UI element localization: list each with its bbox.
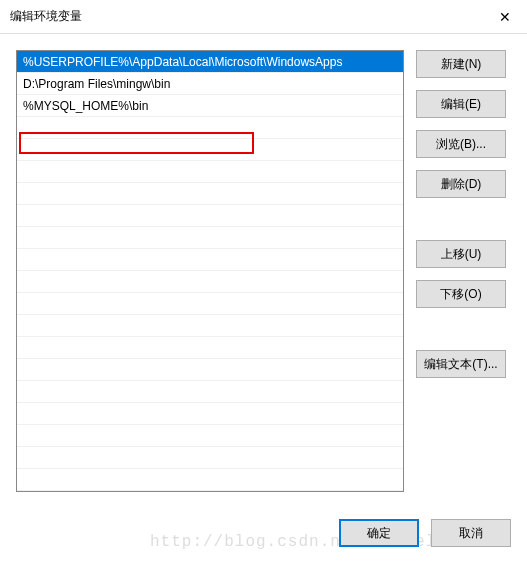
list-item[interactable]: D:\Program Files\mingw\bin bbox=[17, 73, 403, 95]
move-up-button[interactable]: 上移(U) bbox=[416, 240, 506, 268]
path-listbox[interactable]: %USERPROFILE%\AppData\Local\Microsoft\Wi… bbox=[16, 50, 404, 492]
ok-button[interactable]: 确定 bbox=[339, 519, 419, 547]
empty-row bbox=[17, 117, 403, 139]
close-button[interactable]: ✕ bbox=[482, 0, 527, 34]
titlebar: 编辑环境变量 ✕ bbox=[0, 0, 527, 34]
cancel-button[interactable]: 取消 bbox=[431, 519, 511, 547]
empty-row bbox=[17, 337, 403, 359]
list-item[interactable]: %USERPROFILE%\AppData\Local\Microsoft\Wi… bbox=[17, 51, 403, 73]
empty-row bbox=[17, 381, 403, 403]
empty-row bbox=[17, 161, 403, 183]
empty-row bbox=[17, 403, 403, 425]
delete-button[interactable]: 删除(D) bbox=[416, 170, 506, 198]
empty-row bbox=[17, 139, 403, 161]
dialog-body: %USERPROFILE%\AppData\Local\Microsoft\Wi… bbox=[0, 34, 527, 563]
empty-row bbox=[17, 271, 403, 293]
dialog-title: 编辑环境变量 bbox=[10, 8, 82, 25]
dialog-footer: 确定 取消 bbox=[339, 519, 511, 547]
edit-button[interactable]: 编辑(E) bbox=[416, 90, 506, 118]
move-down-button[interactable]: 下移(O) bbox=[416, 280, 506, 308]
empty-row bbox=[17, 293, 403, 315]
empty-row bbox=[17, 227, 403, 249]
list-item[interactable]: %MYSQL_HOME%\bin bbox=[17, 95, 403, 117]
empty-row bbox=[17, 425, 403, 447]
empty-row bbox=[17, 183, 403, 205]
empty-row bbox=[17, 359, 403, 381]
browse-button[interactable]: 浏览(B)... bbox=[416, 130, 506, 158]
empty-row bbox=[17, 447, 403, 469]
button-column: 新建(N) 编辑(E) 浏览(B)... 删除(D) 上移(U) 下移(O) 编… bbox=[416, 50, 506, 492]
edit-text-button[interactable]: 编辑文本(T)... bbox=[416, 350, 506, 378]
new-button[interactable]: 新建(N) bbox=[416, 50, 506, 78]
empty-row bbox=[17, 249, 403, 271]
empty-row bbox=[17, 315, 403, 337]
empty-row bbox=[17, 205, 403, 227]
close-icon: ✕ bbox=[499, 9, 511, 25]
empty-row bbox=[17, 469, 403, 491]
